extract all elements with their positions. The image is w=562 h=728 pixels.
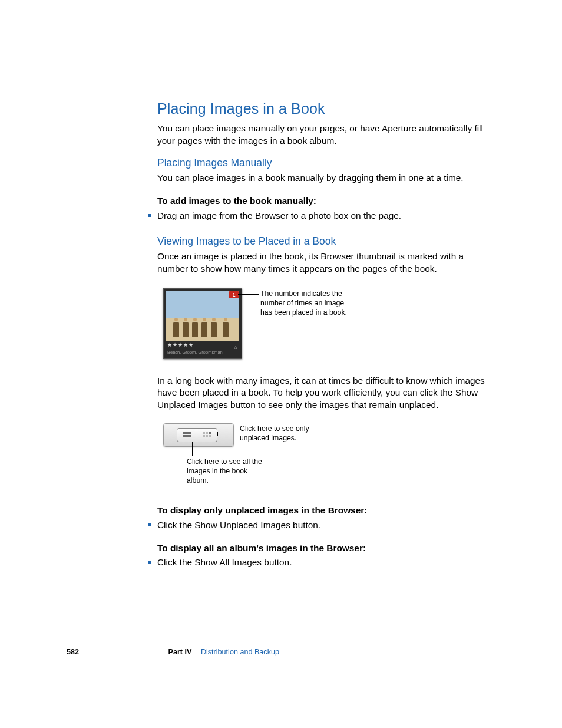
page-content: Placing Images in a Book You can place i…: [157, 99, 493, 569]
viewing-paragraph-2: In a long book with many images, it can …: [157, 375, 493, 411]
page-number: 582: [67, 648, 79, 656]
side-rule: [77, 0, 77, 687]
heading-viewing: Viewing Images to be Placed in a Book: [157, 235, 493, 249]
task-add-heading: To add images to the book manually:: [157, 195, 493, 207]
toolbar-figure: Click here to see only unplaced images. …: [163, 423, 493, 494]
bullet-show-all: Click the Show All Images button.: [157, 556, 493, 569]
view-toolbar: [163, 423, 234, 447]
manual-paragraph: You can place images in a book manually …: [157, 172, 493, 185]
callout-leader-bottom: [192, 442, 193, 456]
placement-count-badge: 1: [229, 291, 239, 298]
grid-all-icon: [183, 432, 191, 437]
thumbnail-photo: [166, 291, 239, 341]
bullet-drag-image: Drag an image from the Browser to a phot…: [157, 210, 493, 222]
intro-paragraph: You can place images manually on your pa…: [157, 123, 493, 147]
callout-leader-right: [217, 434, 239, 434]
thumbnail-callout: The number indicates the number of times…: [260, 289, 352, 318]
thumbnail-caption: Beach, Groom, Groomsman: [167, 350, 223, 355]
rating-stars-icon: ★★★★★: [167, 341, 194, 348]
grid-unplaced-icon: [203, 432, 211, 437]
browser-thumbnail: 1 ★★★★★ Beach, Groom, Groomsman ⌂: [163, 288, 242, 359]
part-label: Part IV: [168, 648, 192, 656]
heading-main: Placing Images in a Book: [157, 99, 493, 119]
bullet-show-unplaced: Click the Show Unplaced Images button.: [157, 519, 493, 532]
section-label: Distribution and Backup: [201, 648, 279, 656]
task-unplaced-heading: To display only unplaced images in the B…: [157, 505, 493, 517]
show-all-images-button[interactable]: [177, 428, 198, 442]
toolbar-callout-bottom: Click here to see all the images in the …: [187, 457, 263, 486]
page-footer: 582 Part IV Distribution and Backup: [67, 647, 479, 657]
task-all-heading: To display all an album's images in the …: [157, 542, 493, 555]
viewing-paragraph-1: Once an image is placed in the book, its…: [157, 251, 493, 275]
show-unplaced-images-button[interactable]: [197, 428, 217, 442]
callout-leader: [238, 294, 259, 295]
heading-manual: Placing Images Manually: [157, 156, 493, 170]
master-icon: ⌂: [233, 344, 239, 350]
thumbnail-figure: 1 ★★★★★ Beach, Groom, Groomsman ⌂ The nu…: [163, 288, 493, 362]
toolbar-callout-right: Click here to see only unplaced images.: [240, 424, 328, 443]
